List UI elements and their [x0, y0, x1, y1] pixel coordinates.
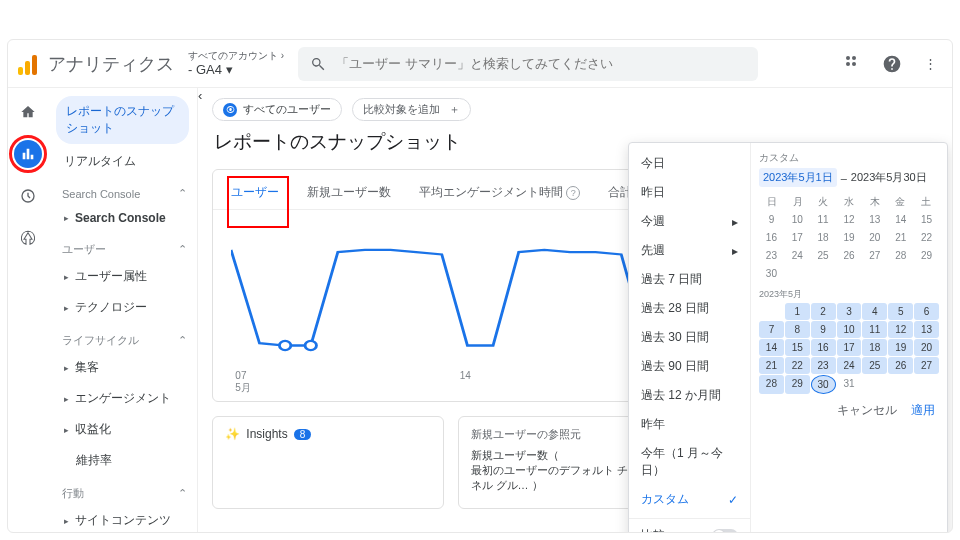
sidebar-tech[interactable]: ▸テクノロジー: [48, 292, 197, 323]
svg-point-0: [846, 56, 850, 60]
sidebar-life-header: ライフサイクル⌃: [48, 323, 197, 352]
sidebar-sc-item[interactable]: ▸Search Console: [48, 204, 197, 232]
top-bar: アナリティクス すべてのアカウント › - GA4 ▾ ⋮: [8, 40, 952, 88]
sidebar-site-contents[interactable]: ▸サイトコンテンツ: [48, 505, 197, 532]
chip-add-compare[interactable]: 比較対象を追加 ＋: [352, 98, 471, 121]
preset-last-week[interactable]: 先週▸: [629, 236, 750, 265]
svg-point-1: [852, 56, 856, 60]
sidebar-eng[interactable]: ▸エンゲージメント: [48, 383, 197, 414]
svg-point-5: [280, 341, 291, 350]
preset-today[interactable]: 今日: [629, 149, 750, 178]
preset-28d[interactable]: 過去 28 日間: [629, 294, 750, 323]
svg-point-6: [305, 341, 316, 350]
month-label: 2023年5月: [759, 288, 939, 301]
tab-new-users[interactable]: 新規ユーザー数: [307, 184, 391, 201]
preset-7d[interactable]: 過去 7 日間: [629, 265, 750, 294]
sidebar-realtime[interactable]: リアルタイム: [48, 146, 197, 177]
sidebar-user-attr[interactable]: ▸ユーザー属性: [48, 261, 197, 292]
help-icon[interactable]: ?: [566, 186, 580, 200]
sidebar-behavior-header: 行動⌃: [48, 476, 197, 505]
account-picker[interactable]: すべてのアカウント › - GA4 ▾: [188, 50, 284, 78]
preset-ytd[interactable]: 今年（1 月～今日）: [629, 439, 750, 485]
apply-button[interactable]: 適用: [911, 402, 935, 419]
date-range-panel: 今日 昨日 今週▸ 先週▸ 過去 7 日間 過去 28 日間 過去 30 日間 …: [628, 142, 948, 532]
calendar[interactable]: 日月火水木金土 91011121314151617181920212223242…: [759, 195, 939, 394]
insights-card[interactable]: ✨Insights8: [212, 416, 443, 509]
sidebar-user-header: ユーザー⌃: [48, 232, 197, 261]
brand-title: アナリティクス: [48, 52, 174, 76]
ga-logo-icon: [18, 53, 40, 75]
preset-30d[interactable]: 過去 30 日間: [629, 323, 750, 352]
help-icon[interactable]: [880, 52, 904, 76]
sidebar-acq[interactable]: ▸集客: [48, 352, 197, 383]
tab-users[interactable]: ユーザー: [231, 184, 279, 201]
compare-toggle-row: 比較: [629, 518, 750, 532]
sidebar-monet[interactable]: ▸収益化: [48, 414, 197, 445]
preset-12m[interactable]: 過去 12 か月間: [629, 381, 750, 410]
preset-this-week[interactable]: 今週▸: [629, 207, 750, 236]
range-display: 2023年5月1日 – 2023年5月30日: [759, 168, 939, 187]
svg-point-2: [846, 62, 850, 66]
compare-switch[interactable]: [712, 529, 738, 533]
chip-all-users[interactable]: ⦿すべてのユーザー: [212, 98, 342, 121]
rail-ads-icon[interactable]: [14, 224, 42, 252]
preset-list: 今日 昨日 今週▸ 先週▸ 過去 7 日間 過去 28 日間 過去 30 日間 …: [629, 143, 751, 532]
account-label: すべてのアカウント ›: [188, 50, 284, 62]
compare-label: 比較: [641, 527, 665, 532]
end-date[interactable]: 2023年5月30日: [851, 170, 927, 185]
cancel-button[interactable]: キャンセル: [837, 402, 897, 419]
svg-point-3: [852, 62, 856, 66]
preset-90d[interactable]: 過去 90 日間: [629, 352, 750, 381]
search-box[interactable]: [298, 47, 758, 81]
rail-reports-icon[interactable]: [14, 140, 42, 168]
main-area: ⦿すべてのユーザー 比較対象を追加 ＋ レポートのスナップショット ユーザー 新…: [202, 88, 952, 532]
apps-icon[interactable]: [842, 52, 866, 76]
tab-avg-eng[interactable]: 平均エンゲージメント時間?: [419, 184, 580, 201]
preset-custom[interactable]: カスタム: [629, 485, 750, 514]
sidebar-retention[interactable]: 維持率: [48, 445, 197, 476]
sidebar: レポートのスナップショット リアルタイム Search Console⌃ ▸Se…: [48, 88, 198, 532]
kebab-icon[interactable]: ⋮: [918, 52, 942, 76]
sidebar-snapshot[interactable]: レポートのスナップショット: [56, 96, 189, 144]
preset-yesterday[interactable]: 昨日: [629, 178, 750, 207]
search-icon: [310, 56, 326, 72]
search-input[interactable]: [336, 56, 746, 71]
rail-home-icon[interactable]: [14, 98, 42, 126]
property-name: - GA4: [188, 62, 222, 77]
rail-explore-icon[interactable]: [14, 182, 42, 210]
sidebar-sc-header: Search Console⌃: [48, 177, 197, 204]
start-date[interactable]: 2023年5月1日: [759, 168, 837, 187]
range-head: カスタム: [759, 151, 939, 165]
preset-last-year[interactable]: 昨年: [629, 410, 750, 439]
nav-rail: [8, 88, 48, 532]
